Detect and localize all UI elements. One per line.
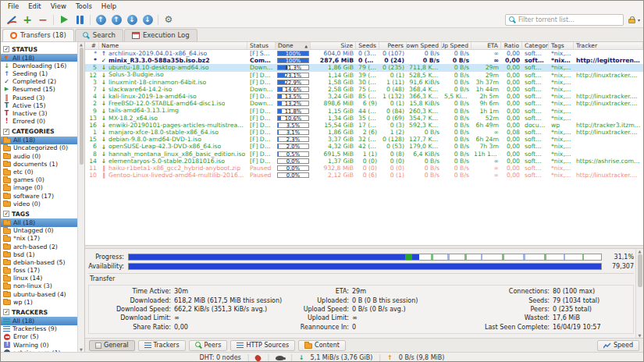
queue-move-down-button[interactable]: ↓ — [125, 12, 139, 27]
details-tab-peers[interactable]: Peers — [189, 340, 228, 351]
menu-item-file[interactable]: File — [3, 2, 23, 11]
sidebar-item[interactable]: ashrise.com (1) — [1, 349, 77, 352]
checkbox-icon[interactable] — [3, 129, 9, 135]
sidebar-item[interactable]: audio (0) — [1, 152, 77, 160]
sidebar-item[interactable]: ubuntu-based (4) — [1, 290, 77, 298]
pause-button[interactable] — [73, 12, 87, 27]
table-row[interactable]: 1↓manjaro-xfce-18.0-stable-x86_64.iso[F]… — [85, 129, 643, 136]
table-row[interactable]: 14↓elementaryos-5.0-stable.20181016.iso[… — [85, 158, 643, 165]
sidebar-item[interactable]: arch-based (2) — [1, 243, 77, 250]
sidebar-item[interactable]: All (18) — [1, 137, 77, 144]
connection-status-icon[interactable] — [254, 353, 263, 362]
sidebar-item[interactable]: !Errored (0) — [1, 118, 77, 126]
sidebar-item[interactable]: wp (1) — [1, 298, 77, 306]
add-torrent-link-icon[interactable] — [5, 12, 19, 27]
tab-execution-log[interactable]: Execution Log — [124, 29, 197, 41]
table-row[interactable]: 3↓linuxmint-18-cinnamon-64bit.iso[F] Dow… — [85, 79, 643, 86]
sidebar-item[interactable]: games (0) — [1, 176, 77, 184]
filter-input[interactable] — [518, 16, 620, 23]
sidebar-item[interactable]: *nix (17) — [1, 235, 77, 243]
queue-move-up-button[interactable]: ↑ — [109, 12, 123, 27]
options-button[interactable]: ⚙ — [162, 12, 176, 27]
delete-torrent-button[interactable]: − — [36, 12, 50, 27]
column-header-seeds[interactable]: Seeds — [356, 42, 379, 49]
table-row[interactable]: 16↓enwiki-20190101-pages-articles-multis… — [85, 122, 643, 129]
table-row[interactable]: 12↓Solus-3-Budgie.iso[F] Downloading23,1… — [85, 72, 643, 79]
global-download-speed[interactable]: 5,1 MiB/s (3,76 GiB) — [311, 354, 373, 361]
checkbox-icon[interactable] — [3, 211, 9, 217]
column-header-tracker[interactable]: Tracker — [574, 42, 643, 49]
sidebar-item[interactable]: Trackerless (9) — [1, 325, 77, 333]
table-row[interactable]: 7↓slackware64-14.2-isoDownloading14,6%2,… — [85, 86, 643, 93]
sidebar-item[interactable]: All (18) — [1, 218, 77, 226]
column-header-category[interactable]: Category — [522, 42, 549, 49]
sidebar-item[interactable]: All (18) — [1, 317, 77, 325]
chevron-down-icon[interactable]: ▾ — [638, 17, 640, 23]
sidebar-item[interactable]: software (17) — [1, 192, 77, 200]
queue-move-top-button[interactable]: ↑ — [94, 12, 108, 27]
scrollbar-thumb[interactable] — [80, 48, 84, 165]
sidebar-item[interactable]: linux (14) — [1, 275, 77, 282]
table-row[interactable]: 4↓kali-linux-2019-1a-amd64-iso[F] Downlo… — [85, 93, 643, 100]
menu-item-edit[interactable]: Edit — [23, 2, 45, 11]
menu-item-view[interactable]: View — [46, 2, 71, 11]
column-header-done[interactable]: Done▲ — [276, 42, 311, 49]
sidebar-item[interactable]: video (0) — [1, 200, 77, 208]
queue-move-bottom-button[interactable]: ↓ — [141, 12, 155, 27]
details-tab-general[interactable]: General — [89, 340, 135, 351]
speed-graph-button[interactable]: Speed — [597, 340, 639, 351]
column-header-size[interactable]: Size — [311, 42, 356, 49]
tab-search[interactable]: Search — [75, 29, 123, 41]
details-tab-http-sources[interactable]: HTTP Sources — [230, 340, 295, 351]
table-row[interactable]: 10‖Gentoo-Linux-livedvd-amd64-multilib-2… — [85, 172, 643, 179]
sidebar-item[interactable]: TActive (15) — [1, 101, 77, 109]
add-torrent-button[interactable]: + — [20, 12, 34, 27]
table-row[interactable]: *↑archlinux-2019.04.01-x86_64.iso[F] See… — [85, 50, 643, 57]
sidebar-item[interactable]: ↑Seeding (1) — [1, 69, 77, 77]
column-header-status[interactable]: Status — [247, 42, 276, 49]
column-header-downspeed[interactable]: Down Speed — [407, 42, 442, 49]
global-upload-speed[interactable]: 0 B/s (9,8 MiB) — [399, 354, 445, 361]
sidebar-item[interactable]: ▶Resumed (15) — [1, 86, 77, 94]
scroll-up-icon[interactable]: ▲ — [639, 249, 642, 254]
column-header-upspeed[interactable]: Up Speed — [442, 42, 471, 49]
details-tab-trackers[interactable]: Trackers — [138, 340, 186, 351]
sidebar-item[interactable]: etc (0) — [1, 168, 77, 176]
sidebar-scrollbar[interactable]: ▲ ▼ — [77, 42, 84, 352]
table-row[interactable]: 11‖haiku-r1beta1-x86_gcc2_hybrid-anyboot… — [85, 165, 643, 172]
tab-transfers[interactable]: Transfers (18) — [2, 29, 74, 41]
sidebar-item[interactable]: debian-based (5) — [1, 258, 77, 266]
table-row[interactable]: 15↓debian-9.8.0-amd64-DVD-1.iso[F] Downl… — [85, 136, 643, 143]
table-row[interactable]: 6↓openSUSE-Leap-42.3-DVD-x86_64.iso[F] D… — [85, 143, 643, 150]
scroll-down-icon[interactable]: ▼ — [80, 347, 83, 352]
column-header-peers[interactable]: Peers — [379, 42, 407, 49]
sidebar-item[interactable]: documents (1) — [1, 160, 77, 168]
sidebar-item[interactable]: Uncategorized (0) — [1, 144, 77, 152]
table-row[interactable]: 2↓FreeBSD-12.0-STABLE-amd64-disc1.isoDow… — [85, 100, 643, 107]
sidebar-item[interactable]: Warning (0) — [1, 341, 77, 349]
lock-icon[interactable] — [628, 19, 635, 23]
details-tab-content[interactable]: Content — [298, 340, 346, 351]
sidebar-item[interactable]: foss (17) — [1, 267, 77, 275]
table-row[interactable]: 9↓tails-amd64-3.13.1.img[F] Downloading1… — [85, 108, 643, 115]
table-row[interactable]: 8↓hannah_montana_linux_x86_basic_edition… — [85, 151, 643, 158]
alt-speed-limits-icon[interactable] — [276, 356, 284, 360]
checkbox-icon[interactable] — [3, 309, 9, 315]
column-header-tags[interactable]: Tags — [549, 42, 574, 49]
sidebar-item[interactable]: ‖Paused (3) — [1, 94, 77, 101]
scrollbar-thumb[interactable] — [638, 254, 642, 287]
sidebar-item[interactable]: ✓Completed (2) — [1, 78, 77, 86]
column-header-ratio[interactable]: Ratio — [501, 42, 522, 49]
table-row[interactable]: *✓minix_R3.3.0-588a35b.iso.bz2Completed1… — [85, 57, 643, 64]
sidebar-item[interactable]: non-linux (3) — [1, 282, 77, 290]
menu-item-tools[interactable]: Tools — [71, 2, 97, 11]
resume-button[interactable] — [57, 12, 71, 27]
checkbox-icon[interactable] — [3, 46, 9, 52]
sidebar-item[interactable]: image (0) — [1, 184, 77, 192]
sidebar-item[interactable]: bsd (1) — [1, 250, 77, 258]
table-row[interactable]: 13↓MX-18.2_x64.iso[F] Downloading10,6%1,… — [85, 115, 643, 122]
column-header-eta[interactable]: ETA — [471, 42, 501, 49]
menu-item-help[interactable]: Help — [97, 2, 121, 11]
panel-scrollbar[interactable]: ▲ ▼ — [635, 249, 643, 338]
sidebar-item[interactable]: ↓Downloading (16) — [1, 62, 77, 69]
